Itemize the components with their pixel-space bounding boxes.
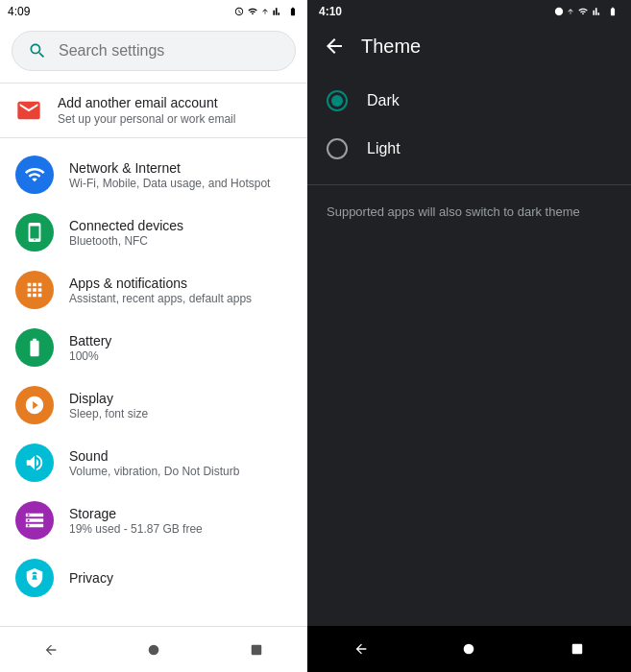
settings-item-battery[interactable]: Battery 100% (0, 319, 307, 376)
connected-title: Connected devices (69, 218, 183, 233)
status-icons-right (554, 7, 619, 16)
network-item-text: Network & Internet Wi-Fi, Mobile, Data u… (69, 160, 270, 190)
right-panel: 4:10 Theme Dark Light Support (307, 0, 631, 672)
apps-icon-circle (15, 271, 54, 309)
display-item-text: Display Sleep, font size (69, 391, 148, 420)
connected-subtitle: Bluetooth, NFC (69, 234, 183, 248)
nav-bar-left (0, 626, 307, 672)
email-card-title: Add another email account (58, 95, 235, 110)
back-arrow-icon-left (43, 642, 59, 658)
home-circle-icon-left (146, 642, 161, 658)
svg-point-2 (464, 644, 474, 655)
dark-option-label: Dark (367, 92, 400, 109)
recent-square-icon-left (250, 643, 263, 657)
recent-nav-left[interactable] (243, 636, 270, 663)
storage-icon (24, 510, 45, 531)
search-input[interactable] (59, 42, 279, 60)
network-title: Network & Internet (69, 160, 270, 176)
settings-item-sound[interactable]: Sound Volume, vibration, Do Not Disturb (0, 434, 307, 492)
signal-bars-right-icon (592, 7, 603, 16)
privacy-item-text: Privacy (69, 570, 113, 587)
theme-header: Theme (307, 23, 631, 69)
network-icon-circle (15, 156, 54, 194)
privacy-icon (24, 567, 45, 588)
battery-status-icon (286, 7, 300, 16)
back-nav-left[interactable] (37, 636, 64, 663)
back-button[interactable] (323, 35, 346, 58)
light-radio[interactable] (327, 138, 348, 159)
svg-point-0 (149, 644, 159, 655)
display-title: Display (69, 391, 148, 406)
battery-right-icon (606, 7, 619, 16)
settings-item-display[interactable]: Display Sleep, font size (0, 376, 307, 434)
theme-title: Theme (361, 36, 421, 58)
storage-subtitle: 19% used - 51.87 GB free (69, 522, 203, 536)
svg-rect-3 (572, 644, 583, 655)
theme-option-light[interactable]: Light (307, 125, 631, 173)
recent-nav-right[interactable] (564, 636, 591, 662)
display-icon (24, 395, 45, 416)
back-nav-right[interactable] (348, 636, 375, 662)
signal-up-icon (261, 7, 269, 16)
recent-square-icon-right (570, 642, 584, 656)
dark-radio-fill (331, 95, 343, 107)
apps-title: Apps & notifications (69, 276, 252, 291)
network-subtitle: Wi-Fi, Mobile, Data usage, and Hotspot (69, 177, 270, 190)
wifi-right-icon (577, 7, 589, 16)
apps-icon (24, 279, 45, 300)
battery-item-text: Battery 100% (69, 333, 111, 363)
theme-option-dark[interactable]: Dark (307, 77, 631, 125)
email-card-text: Add another email account Set up your pe… (58, 95, 235, 126)
sound-subtitle: Volume, vibration, Do Not Disturb (69, 465, 239, 478)
privacy-icon-circle (15, 559, 54, 597)
home-nav-left[interactable] (140, 636, 167, 663)
display-icon-circle (15, 386, 54, 424)
time-left: 4:09 (8, 5, 30, 18)
email-card[interactable]: Add another email account Set up your pe… (0, 83, 307, 138)
status-bar-right: 4:10 (307, 0, 631, 23)
alarm-icon (234, 7, 244, 16)
sound-title: Sound (69, 448, 239, 464)
battery-icon-circle (15, 328, 54, 367)
nav-bar-right (307, 626, 631, 672)
sound-item-text: Sound Volume, vibration, Do Not Disturb (69, 448, 239, 478)
status-bar-left: 4:09 (0, 0, 307, 23)
back-arrow-icon (323, 35, 346, 58)
storage-item-text: Storage 19% used - 51.87 GB free (69, 506, 203, 536)
alarm-right-icon (554, 7, 564, 16)
settings-item-privacy[interactable]: Privacy (0, 549, 307, 607)
wifi-status-icon (247, 7, 258, 16)
settings-item-storage[interactable]: Storage 19% used - 51.87 GB free (0, 492, 307, 549)
theme-options: Dark Light (307, 69, 631, 180)
display-subtitle: Sleep, font size (69, 407, 148, 420)
settings-list: Network & Internet Wi-Fi, Mobile, Data u… (0, 142, 307, 626)
storage-icon-circle (15, 501, 54, 540)
time-right: 4:10 (319, 5, 342, 18)
battery-title: Battery (69, 333, 111, 348)
gmail-icon (15, 97, 42, 124)
search-bar[interactable] (12, 31, 296, 71)
light-option-label: Light (367, 140, 400, 157)
home-nav-right[interactable] (455, 636, 482, 662)
status-icons-left (234, 7, 300, 16)
signal-bars-icon (272, 7, 283, 16)
email-card-subtitle: Set up your personal or work email (58, 112, 235, 126)
privacy-title: Privacy (69, 570, 113, 586)
svg-rect-1 (251, 644, 261, 655)
settings-item-connected[interactable]: Connected devices Bluetooth, NFC (0, 204, 307, 261)
settings-item-apps[interactable]: Apps & notifications Assistant, recent a… (0, 261, 307, 319)
left-panel: 4:09 Add another email account Set up yo… (0, 0, 307, 672)
theme-note: Supported apps will also switch to dark … (307, 189, 631, 234)
storage-title: Storage (69, 506, 203, 521)
home-circle-icon-right (461, 641, 476, 657)
sound-icon (24, 452, 45, 473)
wifi-icon (24, 164, 45, 185)
connected-icon-circle (15, 213, 54, 252)
back-arrow-icon-right (353, 641, 369, 657)
battery-icon (24, 337, 45, 358)
settings-item-network[interactable]: Network & Internet Wi-Fi, Mobile, Data u… (0, 146, 307, 204)
signal-up-right-icon (567, 7, 574, 16)
theme-divider (307, 184, 631, 185)
dark-radio[interactable] (327, 90, 348, 111)
connected-item-text: Connected devices Bluetooth, NFC (69, 218, 183, 248)
